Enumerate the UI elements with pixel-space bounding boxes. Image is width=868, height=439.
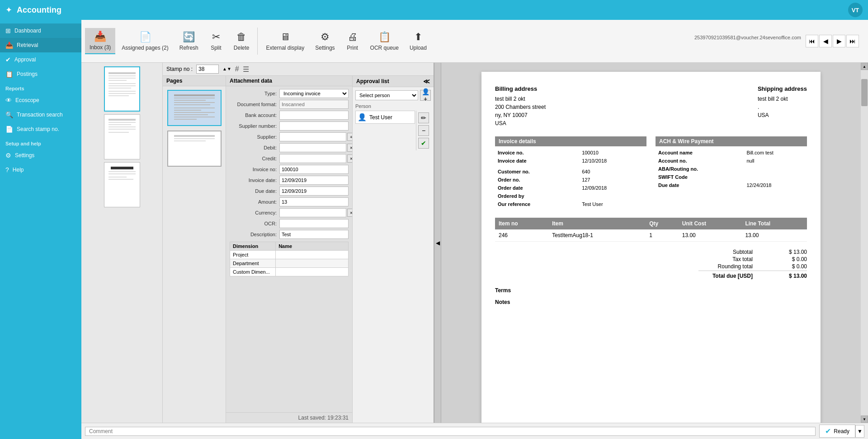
sidebar-item-transaction-search[interactable]: 🔍 Transaction search <box>0 107 81 122</box>
credit-clear-button[interactable]: × <box>347 154 352 163</box>
currency-input[interactable] <box>279 208 346 217</box>
nav-first-button[interactable]: ⏮ <box>806 35 818 47</box>
scroll-up-button[interactable]: ▲ <box>861 63 868 70</box>
supplier-number-input[interactable] <box>279 121 349 131</box>
delete-button[interactable]: 🗑 Delete <box>229 28 254 54</box>
svg-rect-32 <box>174 112 215 113</box>
debit-input[interactable] <box>279 143 346 152</box>
hash-icon[interactable]: # <box>235 65 239 73</box>
dim-department-input[interactable] <box>278 261 345 266</box>
chevron-down-icon: ▼ <box>857 428 863 434</box>
nav-prev-button[interactable]: ◀ <box>819 35 832 47</box>
tax-total-label: Tax total <box>698 256 753 262</box>
shipping-address-title: Shipping address <box>758 85 807 92</box>
external-display-button[interactable]: 🖥 External display <box>261 28 309 54</box>
assigned-pages-button[interactable]: 📄 Assigned pages (2) <box>117 28 173 54</box>
approval-section-label: Person <box>355 103 431 109</box>
sidebar-item-retrieval[interactable]: 📥 Retrieval <box>0 38 81 52</box>
name-col-header: Name <box>276 242 349 251</box>
ready-check-icon: ✔ <box>825 427 831 435</box>
invoice-date-row: Invoice date: <box>230 176 349 185</box>
supplier-input[interactable] <box>279 132 346 141</box>
svg-rect-19 <box>111 167 133 169</box>
nav-next-button[interactable]: ▶ <box>833 35 845 47</box>
approval-person-name: Test User <box>369 114 392 121</box>
total-value: $ 13.00 <box>771 273 807 279</box>
sidebar-item-search-stamp[interactable]: 📄 Search stamp no. <box>0 122 81 136</box>
sidebar-item-approval[interactable]: ✔ Approval <box>0 52 81 67</box>
supplier-label: Supplier: <box>230 134 279 140</box>
thumbnail-2[interactable] <box>104 114 140 159</box>
stamp-input[interactable] <box>196 65 219 74</box>
split-button[interactable]: ✂ Split <box>205 28 227 54</box>
item-no-col: Item no <box>495 218 548 229</box>
page-thumb-2[interactable] <box>167 131 222 167</box>
dim-project-value[interactable] <box>276 251 349 259</box>
thumbnail-3[interactable] <box>104 162 140 207</box>
thumbnail-1[interactable] <box>104 66 140 112</box>
type-select[interactable]: Incoming invoice <box>279 89 349 98</box>
print-button[interactable]: 🖨 Print <box>341 28 364 54</box>
dim-project-input[interactable] <box>278 252 345 257</box>
stamp-spinner[interactable]: ▲▼ <box>222 67 231 71</box>
currency-row: Currency: × <box>230 208 349 217</box>
approval-person-select[interactable]: Select person <box>355 90 418 100</box>
svg-rect-27 <box>174 100 206 101</box>
shipping-address: Shipping address test bill 2 okt . USA <box>758 85 807 127</box>
ocr-queue-button[interactable]: 📋 OCR queue <box>366 28 403 54</box>
dim-custom-value[interactable] <box>276 268 349 276</box>
inbox-button[interactable]: 📥 Inbox (3) <box>85 28 115 54</box>
dim-custom-input[interactable] <box>278 269 345 275</box>
account-name-label: Account name <box>656 149 744 156</box>
sidebar-item-postings[interactable]: 📋 Postings <box>0 67 81 81</box>
approval-person-edit-button[interactable]: ✏ <box>418 112 429 123</box>
dim-department-value[interactable] <box>276 259 349 268</box>
scroll-thumb[interactable] <box>861 79 868 106</box>
sidebar-item-help[interactable]: ? Help <box>0 163 81 177</box>
sidebar-item-dashboard[interactable]: ⊞ Dashboard <box>0 23 81 38</box>
svg-rect-35 <box>174 119 197 120</box>
inv-no-label: Invoice no. <box>496 149 579 156</box>
scroll-down-button[interactable]: ▼ <box>861 416 868 423</box>
ready-button[interactable]: ✔ Ready <box>819 425 855 438</box>
preview-scrollbar[interactable]: ▲ ▼ <box>861 63 868 423</box>
invoice-date-input[interactable] <box>279 176 349 185</box>
comment-input[interactable] <box>85 427 816 436</box>
description-input[interactable] <box>279 230 349 239</box>
ocr-input[interactable] <box>279 219 349 228</box>
settings-button[interactable]: ⚙ Settings <box>311 28 339 54</box>
debit-clear-button[interactable]: × <box>347 144 352 152</box>
approval-panel-collapse[interactable]: ≪ <box>423 78 430 85</box>
add-approval-person-button[interactable]: 👤+ <box>420 90 431 101</box>
list-icon[interactable]: ☰ <box>243 65 249 74</box>
svg-rect-30 <box>174 107 215 108</box>
approval-person-remove-button[interactable]: − <box>418 125 429 136</box>
upload-button[interactable]: ⬆ Upload <box>405 28 431 54</box>
ready-dropdown-button[interactable]: ▼ <box>855 425 864 438</box>
nav-last-button[interactable]: ⏭ <box>846 35 859 47</box>
type-row: Type: Incoming invoice <box>230 89 349 98</box>
invoice-details-section: Invoice details Invoice no. 100010 Invoi… <box>495 136 807 209</box>
approval-check-button[interactable]: ✔ <box>418 138 429 149</box>
svg-rect-10 <box>108 95 129 96</box>
due-date-input[interactable] <box>279 187 349 196</box>
svg-rect-14 <box>108 124 131 125</box>
svg-rect-22 <box>108 177 127 177</box>
currency-clear-button[interactable]: × <box>347 209 352 217</box>
collapse-handle[interactable]: ◀ <box>434 63 441 423</box>
invoice-no-input[interactable] <box>279 165 349 174</box>
sidebar-item-ecoscope[interactable]: 👁 Ecoscope <box>0 93 81 107</box>
user-avatar[interactable]: VT <box>848 3 863 17</box>
page-thumb-1[interactable] <box>167 90 222 126</box>
refresh-button[interactable]: 🔄 Refresh <box>175 28 203 54</box>
supplier-add-button[interactable]: + <box>347 133 352 141</box>
unit-cost-col: Unit Cost <box>679 218 742 229</box>
description-row: Description: <box>230 230 349 239</box>
amount-input[interactable] <box>279 197 349 206</box>
svg-rect-3 <box>108 78 136 79</box>
bank-account-input[interactable] <box>279 111 349 120</box>
help-icon: ? <box>5 166 9 173</box>
inv-date-value: 12/10/2018 <box>580 157 646 164</box>
credit-input[interactable] <box>279 154 346 163</box>
sidebar-item-settings[interactable]: ⚙ Settings <box>0 148 81 163</box>
